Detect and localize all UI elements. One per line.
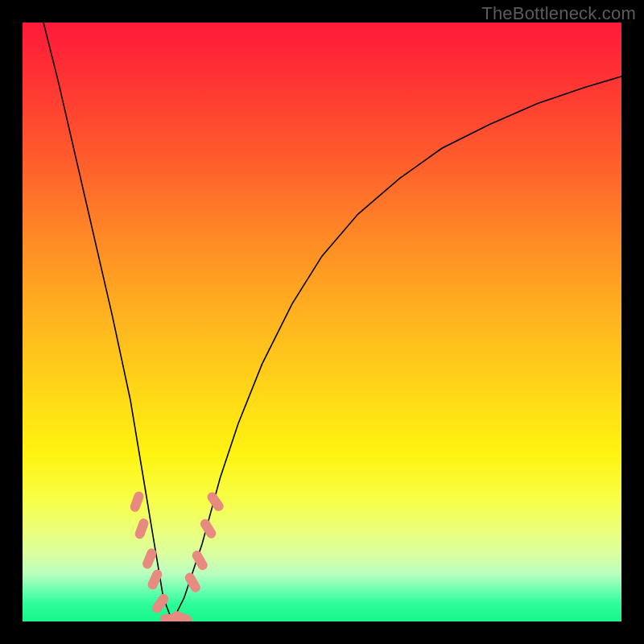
curve-marker bbox=[171, 609, 194, 621]
plot-area bbox=[23, 23, 621, 621]
outer-frame: TheBottleneck.com bbox=[0, 0, 644, 644]
bottleneck-curve bbox=[43, 23, 621, 621]
watermark-text: TheBottleneck.com bbox=[481, 3, 636, 24]
curve-marker bbox=[147, 568, 164, 592]
curve-marker bbox=[141, 547, 158, 571]
curve-marker bbox=[129, 490, 145, 514]
curve-marker bbox=[191, 549, 209, 572]
curve-marker bbox=[199, 517, 218, 539]
curve-marker bbox=[205, 490, 225, 513]
curve-marker bbox=[134, 517, 150, 540]
chart-svg bbox=[23, 23, 621, 621]
curve-marker bbox=[151, 592, 171, 615]
